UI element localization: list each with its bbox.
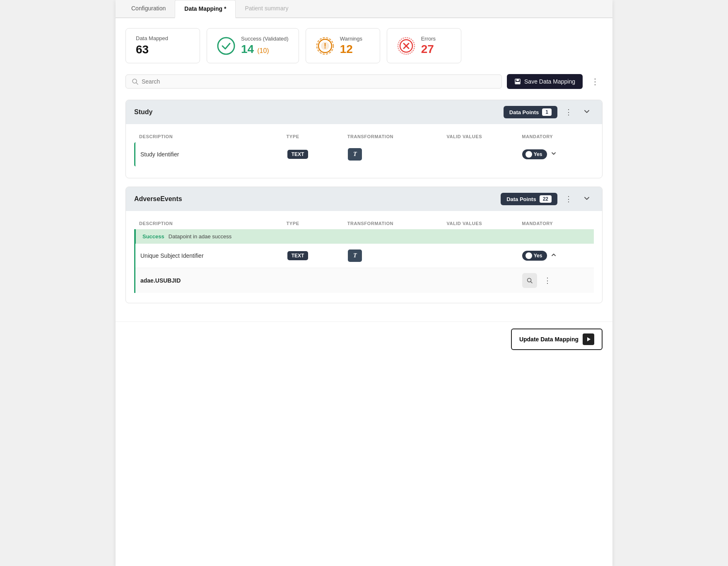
study-section-title: Study — [134, 108, 152, 116]
study-section-body: DESCRIPTION TYPE TRANSFORMATION VALID VA… — [126, 124, 602, 178]
adverse-events-section-body: DESCRIPTION TYPE TRANSFORMATION VALID VA… — [126, 211, 602, 303]
adverse-events-data-points-count: 22 — [540, 195, 552, 203]
warnings-icon: ! — [316, 37, 334, 55]
toolbar-more-button[interactable]: ⋮ — [588, 73, 603, 90]
tab-patient-summary: Patient summary — [236, 0, 297, 18]
search-box[interactable] — [125, 74, 502, 89]
success-icon — [217, 37, 235, 55]
sub-row: adae.USUBJID ⋮ — [135, 268, 594, 293]
sub-row-more-button[interactable]: ⋮ — [540, 274, 554, 287]
ae-row-actions: Yes — [522, 251, 594, 261]
ae-row-description: Unique Subject Identifier — [140, 252, 284, 259]
svg-rect-13 — [516, 79, 519, 81]
ae-col-transformation: TRANSFORMATION — [347, 221, 444, 226]
svg-line-16 — [530, 282, 532, 283]
row-type-badge: TEXT — [287, 150, 309, 159]
col-type: TYPE — [287, 134, 344, 139]
page-footer: Update Data Mapping — [116, 321, 612, 357]
stat-card-success: Success (Validated) 14 (10) — [207, 28, 299, 63]
errors-text: Errors 27 — [421, 36, 436, 56]
chevron-up-icon — [550, 252, 557, 258]
table-row: Unique Subject Identifier TEXT T — [135, 244, 594, 268]
adverse-events-more-button[interactable]: ⋮ — [562, 193, 576, 205]
errors-icon — [397, 37, 415, 55]
transform-icon: T — [353, 151, 357, 158]
study-section: Study Data Points 1 ⋮ — [125, 100, 603, 178]
ae-col-valid-values: VALID VALUES — [446, 221, 518, 226]
chevron-down-icon — [583, 108, 591, 115]
study-data-points-badge: Data Points 1 — [504, 106, 557, 118]
study-header-right: Data Points 1 ⋮ — [504, 106, 594, 118]
tabs-bar: Configuration Data Mapping * Patient sum… — [116, 0, 612, 18]
search-icon — [526, 277, 533, 284]
ae-row-collapse-button[interactable] — [550, 252, 557, 260]
errors-label: Errors — [421, 36, 436, 42]
col-mandatory: MANDATORY — [522, 134, 594, 139]
save-data-mapping-button[interactable]: Save Data Mapping — [507, 74, 583, 89]
svg-text:!: ! — [324, 42, 326, 50]
row-actions: Yes — [522, 149, 594, 159]
col-description: DESCRIPTION — [139, 134, 283, 139]
study-collapse-button[interactable] — [580, 106, 594, 118]
toggle-circle — [526, 151, 532, 158]
study-table-header: DESCRIPTION TYPE TRANSFORMATION VALID VA… — [134, 131, 594, 142]
data-mapped-label: Data Mapped — [136, 35, 168, 41]
search-icon — [132, 78, 138, 85]
chevron-down-icon — [583, 194, 591, 202]
table-row: Study Identifier TEXT T Yes — [134, 142, 594, 166]
study-more-button[interactable]: ⋮ — [562, 106, 576, 118]
mandatory-toggle[interactable]: Yes — [522, 149, 547, 159]
sub-row-search-button[interactable] — [522, 273, 537, 288]
ae-mandatory-toggle[interactable]: Yes — [522, 251, 547, 261]
tab-configuration[interactable]: Configuration — [122, 0, 175, 18]
adverse-events-section-header: AdverseEvents Data Points 22 ⋮ — [126, 187, 602, 211]
stat-card-data-mapped: Data Mapped 63 — [125, 28, 200, 63]
success-sub-value: (10) — [257, 47, 269, 55]
study-data-points-count: 1 — [542, 108, 552, 116]
save-icon — [514, 78, 521, 85]
update-data-mapping-button[interactable]: Update Data Mapping — [511, 329, 603, 350]
success-text: Success (Validated) 14 (10) — [241, 36, 289, 56]
stat-card-errors: Errors 27 — [387, 28, 461, 63]
chevron-down-icon — [550, 150, 557, 157]
toolbar: Save Data Mapping ⋮ — [125, 73, 603, 90]
adverse-events-data-points-badge: Data Points 22 — [501, 193, 557, 205]
adverse-events-section: AdverseEvents Data Points 22 ⋮ — [125, 187, 603, 303]
adverse-events-header-right: Data Points 22 ⋮ — [501, 193, 594, 205]
ae-row-container: Unique Subject Identifier TEXT T — [134, 244, 594, 293]
update-icon — [583, 333, 594, 345]
stats-row: Data Mapped 63 Success (Validated) 14 — [125, 28, 603, 63]
ae-transform-button[interactable]: T — [348, 249, 362, 262]
success-banner-message: Datapoint in adae success — [169, 233, 231, 240]
toggle-circle — [526, 252, 532, 259]
svg-marker-17 — [587, 337, 591, 341]
warnings-value: 12 — [340, 43, 362, 56]
study-section-header: Study Data Points 1 ⋮ — [126, 100, 602, 124]
main-content: Data Mapped 63 Success (Validated) 14 — [116, 18, 612, 321]
svg-rect-14 — [516, 82, 520, 84]
data-mapped-value: 63 — [136, 43, 149, 56]
success-label: Success (Validated) — [241, 36, 289, 42]
svg-line-11 — [136, 83, 138, 84]
warnings-text: Warnings 12 — [340, 36, 362, 56]
col-valid-values: VALID VALUES — [446, 134, 518, 139]
adverse-events-section-title: AdverseEvents — [134, 195, 182, 203]
success-banner: Success Datapoint in adae success — [134, 229, 594, 244]
row-expand-button[interactable] — [550, 150, 557, 158]
errors-value: 27 — [421, 43, 436, 56]
search-input[interactable] — [142, 78, 496, 85]
warnings-label: Warnings — [340, 36, 362, 42]
transform-icon: T — [353, 252, 357, 259]
transform-button[interactable]: T — [348, 148, 362, 161]
row-description: Study Identifier — [140, 151, 284, 158]
success-banner-label: Success — [142, 233, 164, 240]
more-icon: ⋮ — [591, 77, 599, 86]
ae-col-type: TYPE — [287, 221, 344, 226]
success-main-value: 14 — [241, 43, 254, 56]
stat-card-warnings: ! Warnings 12 — [306, 28, 380, 63]
col-transformation: TRANSFORMATION — [347, 134, 444, 139]
sub-row-actions: ⋮ — [522, 273, 594, 288]
tab-data-mapping[interactable]: Data Mapping * — [175, 0, 236, 18]
ae-col-description: DESCRIPTION — [139, 221, 283, 226]
adverse-events-collapse-button[interactable] — [580, 193, 594, 205]
